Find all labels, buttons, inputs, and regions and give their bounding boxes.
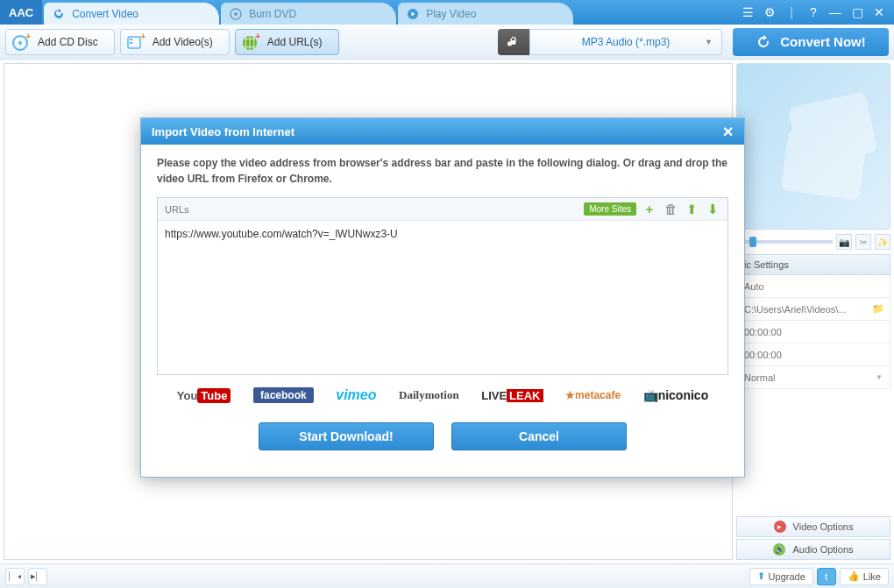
setting-time-end[interactable]: 00:00:00	[736, 344, 890, 366]
maximize-button[interactable]: ▢	[848, 4, 867, 21]
path-value: C:\Users\Ariel\Videos\...	[744, 304, 847, 315]
refresh-icon	[756, 34, 771, 50]
setting-volume[interactable]: Normal	[736, 366, 890, 389]
disc-icon	[230, 8, 242, 20]
liveleak-logo: LIVELEAK	[481, 389, 543, 402]
svg-point-4	[18, 41, 22, 45]
urls-header: URLs More Sites + 🗑 ⬆ ⬇	[158, 198, 727, 221]
add-cd-disc-button[interactable]: + Add CD Disc	[5, 29, 115, 55]
playback-slider[interactable]	[736, 240, 833, 244]
cd-plus-icon: +	[11, 32, 31, 52]
setting-output-path[interactable]: C:\Users\Ariel\Videos\... 📁	[736, 298, 890, 321]
url-input-area[interactable]: https://www.youtube.com/watch?v=_lWUNwxz…	[158, 221, 727, 374]
svg-rect-7	[130, 39, 132, 40]
tab-convert-video[interactable]: Convert Video	[44, 3, 219, 25]
dialog-titlebar: Import Video from Internet ✕	[141, 118, 744, 145]
more-sites-button[interactable]: More Sites	[584, 202, 636, 216]
folder-icon[interactable]: 📁	[872, 303, 884, 315]
prev-button[interactable]: ⎸◂	[5, 568, 25, 585]
supported-sites: YouTube facebook vimeo Dailymotion LIVEL…	[157, 375, 728, 415]
metacafe-logo: ★metacafe	[565, 389, 621, 401]
play-icon	[407, 8, 419, 20]
minimize-button[interactable]: —	[826, 4, 845, 21]
move-down-button[interactable]: ⬇	[705, 202, 720, 217]
add-videos-button[interactable]: + Add Video(s)	[120, 29, 230, 55]
statusbar: ⎸◂ ▸⎸ ⬆Upgrade t 👍Like	[0, 563, 894, 588]
window-controls: ☰ ⚙ | ? — ▢ ✕	[733, 0, 894, 25]
wand-icon[interactable]: ✨	[875, 234, 890, 250]
niconico-logo: 📺niconico	[643, 388, 709, 402]
urls-label: URLs	[165, 204, 189, 215]
refresh-icon	[53, 8, 65, 20]
setting-time-start[interactable]: 00:00:00	[736, 321, 890, 344]
convert-now-button[interactable]: Convert Now!	[733, 28, 889, 56]
help-icon[interactable]: ?	[804, 4, 823, 21]
add-urls-button[interactable]: + Add URL(s)	[235, 29, 339, 55]
dialog-title: Import Video from Internet	[152, 125, 294, 138]
svg-text:+: +	[255, 32, 260, 41]
setting-auto[interactable]: Auto	[736, 275, 890, 298]
delete-url-button[interactable]: 🗑	[663, 202, 678, 217]
close-button[interactable]: ✕	[869, 4, 889, 21]
button-label: Add Video(s)	[153, 36, 213, 48]
video-options-button[interactable]: ▸ Video Options	[736, 516, 890, 537]
camera-icon[interactable]: 📷	[836, 234, 852, 250]
cancel-button[interactable]: Cancel	[451, 422, 627, 450]
music-note-icon[interactable]	[498, 29, 529, 55]
button-label: Add URL(s)	[267, 36, 323, 48]
svg-point-1	[234, 12, 238, 16]
video-plus-icon: +	[126, 32, 145, 52]
button-label: Audio Options	[792, 544, 853, 555]
svg-rect-13	[781, 129, 868, 201]
facebook-logo: facebook	[253, 387, 314, 403]
filmstrip-icon	[776, 90, 881, 204]
upgrade-button[interactable]: ⬆Upgrade	[749, 568, 813, 585]
url-value: https://www.youtube.com/watch?v=_lWUNwxz…	[165, 228, 398, 240]
menu-icon[interactable]: ☰	[738, 4, 757, 21]
button-label: Convert Now!	[780, 34, 866, 49]
move-up-button[interactable]: ⬆	[684, 202, 699, 217]
twitter-button[interactable]: t	[817, 568, 836, 585]
format-value: MP3 Audio (*.mp3)	[582, 36, 670, 48]
audio-icon: 🔊	[773, 543, 785, 556]
add-url-button[interactable]: +	[642, 202, 657, 217]
tab-play-video[interactable]: Play Video	[398, 3, 573, 25]
vimeo-logo: vimeo	[336, 387, 376, 403]
button-label: Add CD Disc	[38, 36, 98, 48]
button-label: Video Options	[793, 521, 854, 532]
preview-panel	[736, 63, 890, 230]
tab-label: Play Video	[426, 8, 476, 20]
divider: |	[782, 4, 801, 21]
globe-plus-icon: +	[241, 32, 260, 52]
titlebar: AAC Convert Video Burn DVD Play Video ☰ …	[0, 0, 894, 25]
button-label: Upgrade	[769, 571, 805, 582]
urls-box: URLs More Sites + 🗑 ⬆ ⬇ https://www.yout…	[157, 197, 728, 375]
audio-options-button[interactable]: 🔊 Audio Options	[736, 539, 890, 560]
format-selector: MP3 Audio (*.mp3)	[498, 29, 722, 55]
playback-slider-row: 📷 ✂ ✨	[736, 230, 890, 254]
next-button[interactable]: ▸⎸	[28, 568, 47, 585]
cut-icon[interactable]: ✂	[855, 234, 871, 250]
dialog-instruction: Please copy the video address from brows…	[157, 155, 728, 187]
start-download-button[interactable]: Start Download!	[259, 422, 434, 450]
svg-text:+: +	[140, 32, 145, 41]
dialog-close-button[interactable]: ✕	[722, 124, 734, 140]
tab-burn-dvd[interactable]: Burn DVD	[221, 3, 396, 25]
format-dropdown[interactable]: MP3 Audio (*.mp3)	[529, 29, 722, 55]
video-icon: ▸	[774, 521, 786, 533]
tab-label: Burn DVD	[249, 8, 296, 20]
dailymotion-logo: Dailymotion	[399, 388, 459, 402]
facebook-like-button[interactable]: 👍Like	[840, 568, 889, 585]
thumbs-up-icon: 👍	[848, 570, 860, 582]
app-logo: AAC	[0, 0, 42, 25]
gear-icon[interactable]: ⚙	[760, 4, 779, 21]
import-video-dialog: Import Video from Internet ✕ Please copy…	[140, 117, 745, 478]
svg-rect-8	[130, 42, 132, 44]
toolbar: + Add CD Disc + Add Video(s) + Add URL(s…	[0, 25, 894, 60]
button-label: Like	[863, 571, 881, 582]
sidebar: 📷 ✂ ✨ ic Settings Auto C:\Users\Ariel\Vi…	[736, 60, 894, 563]
tab-label: Convert Video	[72, 8, 138, 20]
settings-header: ic Settings	[736, 254, 890, 275]
up-arrow-icon: ⬆	[757, 570, 765, 582]
svg-text:+: +	[25, 32, 31, 41]
